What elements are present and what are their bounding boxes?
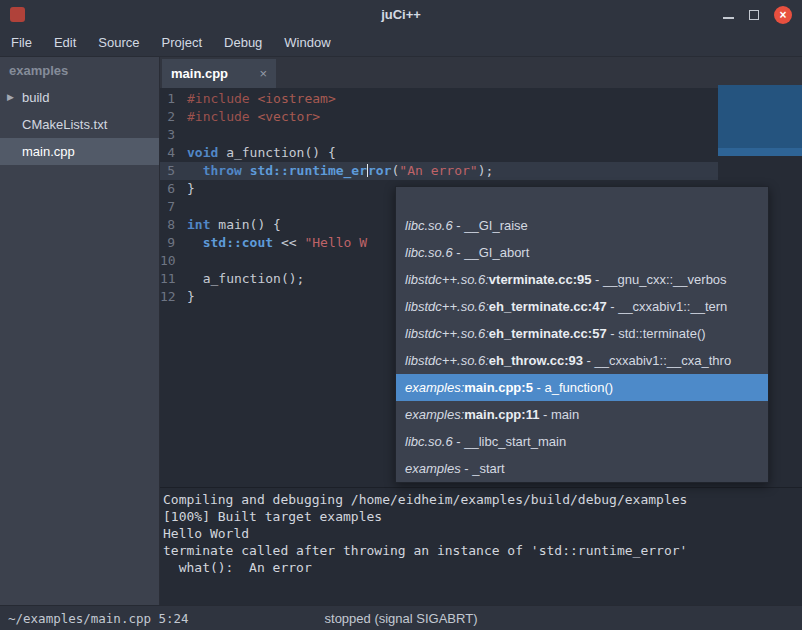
code-text: #include <iostream> [184,90,336,108]
tree-item-cmakelists-txt[interactable]: CMakeLists.txt [0,111,159,138]
line-number: 4 [160,144,184,162]
window-title: juCi++ [0,0,802,30]
stack-frame-row-4[interactable]: libstdc++.so.6:eh_terminate.cc:47 - __cx… [396,293,768,320]
menu-window[interactable]: Window [273,30,341,56]
code-text: #include <vector> [184,108,320,126]
stack-frame-row-3[interactable]: libstdc++.so.6:vterminate.cc:95 - __gnu_… [396,266,768,293]
code-line-3[interactable]: 3 [160,126,802,144]
frame-text: libstdc++.so.6: [405,326,489,341]
code-token [187,235,203,250]
code-text [184,198,187,216]
frame-text: - __GI_abort [453,245,530,260]
tree-item-label: build [22,90,49,105]
console-line-1: Compiling and debugging /home/eidheim/ex… [163,491,802,508]
frame-text: - __gnu_cxx::__verbos [591,272,726,287]
line-number: 6 [160,180,184,198]
tree-item-build[interactable]: ▶build [0,84,159,111]
code-line-1[interactable]: 1#include <iostream> [160,90,802,108]
menu-project[interactable]: Project [151,30,213,56]
code-token [187,163,203,178]
code-line-4[interactable]: 4void a_function() { [160,144,802,162]
frame-text: - _start [461,461,505,476]
frame-text: libstdc++.so.6: [405,299,489,314]
frame-text: - a_function() [533,380,613,395]
frame-text: libc.so.6 [405,434,453,449]
code-token: a_function() { [218,145,335,160]
code-token: throw [203,163,242,178]
stack-frame-row-10[interactable]: examples - _start [396,455,768,482]
stack-frame-row-1[interactable]: libc.so.6 - __GI_raise [396,212,768,239]
code-token: } [187,181,195,196]
status-debug-state: stopped (signal SIGABRT) [0,606,802,630]
code-token: } [187,289,195,304]
frame-text: libc.so.6 [405,218,453,233]
menubar: FileEditSourceProjectDebugWindow [0,30,802,57]
stack-frame-row-9[interactable]: libc.so.6 - __libc_start_main [396,428,768,455]
code-line-5[interactable]: 5 throw std::runtime_error("An error"); [160,162,718,180]
stack-frame-row-8[interactable]: examples:main.cpp:11 - main [396,401,768,428]
frame-text: libc.so.6 [405,245,453,260]
line-number: 3 [160,126,184,144]
tree-item-main-cpp[interactable]: main.cpp [0,138,159,165]
frame-text: main.cpp:11 [464,407,539,422]
stack-frame-row-6[interactable]: libstdc++.so.6:eh_throw.cc:93 - __cxxabi… [396,347,768,374]
code-token: #include [187,91,257,106]
line-number: 12 [160,288,184,306]
code-token: a_function(); [187,271,304,286]
frame-text: examples: [405,380,464,395]
code-text: int main() { [184,216,281,234]
frame-text: - __libc_start_main [453,434,566,449]
code-token: "An error" [399,163,477,178]
frame-text: libstdc++.so.6: [405,353,489,368]
code-text: } [184,288,195,306]
frame-text: - __GI_raise [453,218,528,233]
close-button[interactable]: × [774,6,792,24]
tab-label: main.cpp [171,66,228,81]
code-text: throw std::runtime_error("An error"); [184,162,493,180]
stack-frame-popup[interactable]: libc.so.6 - __GI_raiselibc.so.6 - __GI_a… [395,186,769,483]
code-token: <vector> [257,109,320,124]
frame-text: - __cxxabiv1::__tern [607,299,728,314]
tab-close-icon[interactable]: × [259,66,267,81]
code-token: main() { [210,217,280,232]
window: { "window": { "title": "juCi++" }, "icon… [0,0,802,630]
code-token [242,163,250,178]
code-token: std::runtime_er [250,163,367,178]
code-text [184,126,187,144]
frame-text: main.cpp:5 [464,380,533,395]
statusbar: ~/examples/main.cpp 5:24 stopped (signal… [0,605,802,630]
stack-frame-row-2[interactable]: libc.so.6 - __GI_abort [396,239,768,266]
code-token: <iostream> [257,91,335,106]
console-line-2: [100%] Built target examples [163,508,802,525]
menu-debug[interactable]: Debug [213,30,273,56]
code-text: } [184,180,195,198]
sidebar-tree: ▶buildCMakeLists.txtmain.cpp [0,84,159,165]
line-number: 5 [160,162,184,180]
tab-main-cpp[interactable]: main.cpp × [162,59,276,88]
code-token: ror [368,163,391,178]
line-number: 1 [160,90,184,108]
code-text: a_function(); [184,270,304,288]
console-output[interactable]: Compiling and debugging /home/eidheim/ex… [160,487,802,605]
console-line-5: what(): An error [163,559,802,576]
tree-item-label: CMakeLists.txt [22,117,107,132]
menu-file[interactable]: File [0,30,43,56]
frame-text: eh_terminate.cc:47 [489,299,607,314]
tabbar: main.cpp × [160,57,802,88]
code-token: std::cout [203,235,273,250]
minimize-button[interactable] [723,17,734,19]
line-number: 7 [160,198,184,216]
code-token: int [187,217,210,232]
line-number: 8 [160,216,184,234]
line-number: 10 [160,252,184,270]
code-text [184,252,187,270]
titlebar[interactable]: juCi++ × [0,0,802,30]
menu-edit[interactable]: Edit [43,30,87,56]
code-line-2[interactable]: 2#include <vector> [160,108,802,126]
frame-text: eh_terminate.cc:57 [489,326,607,341]
menu-source[interactable]: Source [87,30,150,56]
stack-frame-row-7[interactable]: examples:main.cpp:5 - a_function() [396,374,768,401]
code-token: "Hello W [304,235,367,250]
maximize-button[interactable] [749,10,759,20]
stack-frame-row-5[interactable]: libstdc++.so.6:eh_terminate.cc:57 - std:… [396,320,768,347]
